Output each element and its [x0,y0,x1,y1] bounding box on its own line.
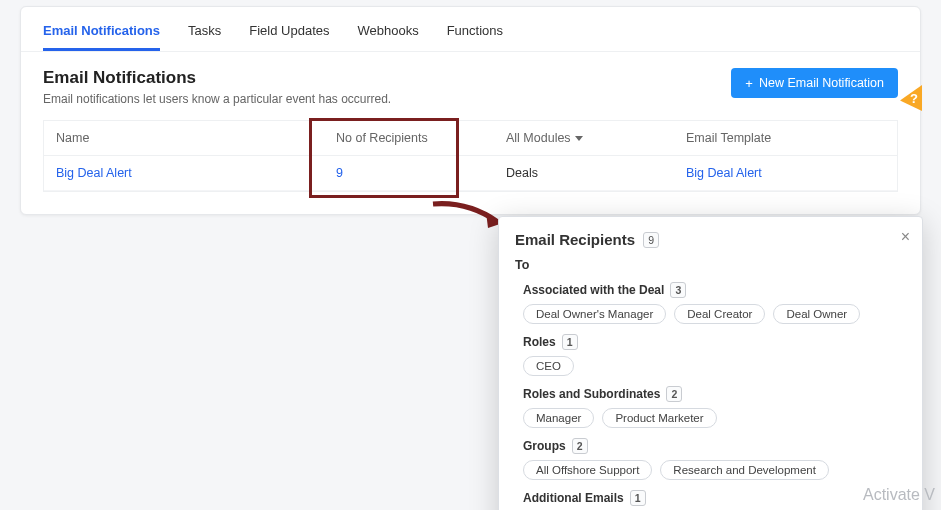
email-recipients-popup: × Email Recipients 9 To Associated with … [498,216,923,510]
popup-title: Email Recipients [515,231,635,248]
group-count-badge: 2 [572,438,588,454]
new-button-label: New Email Notification [759,76,884,90]
tab-bar: Email Notifications Tasks Field Updates … [21,7,920,52]
chip: All Offshore Support [523,460,652,480]
tab-tasks[interactable]: Tasks [188,17,221,51]
tab-field-updates[interactable]: Field Updates [249,17,329,51]
notifications-table: Name No of Recipients All Modules Email … [43,120,898,192]
col-name: Name [56,131,336,145]
chip: Product Marketer [602,408,716,428]
group-roles: Roles 1 CEO [523,334,906,376]
chip: Deal Owner's Manager [523,304,666,324]
page-subtitle: Email notifications let users know a par… [43,92,391,106]
chip: Manager [523,408,594,428]
group-count-badge: 3 [670,282,686,298]
tab-email-notifications[interactable]: Email Notifications [43,17,160,51]
row-recipients-link[interactable]: 9 [336,166,506,180]
row-name-link[interactable]: Big Deal Alert [56,166,336,180]
group-title: Groups [523,439,566,453]
to-label: To [515,258,906,272]
group-groups: Groups 2 All Offshore Support Research a… [523,438,906,480]
close-icon[interactable]: × [901,229,910,245]
group-roles-subordinates: Roles and Subordinates 2 Manager Product… [523,386,906,428]
chevron-down-icon [575,136,583,141]
chip: Deal Creator [674,304,765,324]
table-row: Big Deal Alert 9 Deals Big Deal Alert [44,156,897,191]
group-associated: Associated with the Deal 3 Deal Owner's … [523,282,906,324]
group-count-badge: 1 [562,334,578,350]
group-count-badge: 2 [666,386,682,402]
row-template-link[interactable]: Big Deal Alert [686,166,885,180]
group-count-badge: 1 [630,490,646,506]
chip: Research and Development [660,460,829,480]
table-header: Name No of Recipients All Modules Email … [44,121,897,156]
col-module-label: All Modules [506,131,571,145]
col-module-dropdown[interactable]: All Modules [506,131,686,145]
group-title: Roles and Subordinates [523,387,660,401]
plus-icon: + [745,77,753,90]
chip: Deal Owner [773,304,860,324]
new-email-notification-button[interactable]: + New Email Notification [731,68,898,98]
group-title: Associated with the Deal [523,283,664,297]
chip: CEO [523,356,574,376]
row-module: Deals [506,166,686,180]
tab-webhooks[interactable]: Webhooks [357,17,418,51]
col-template: Email Template [686,131,885,145]
tab-functions[interactable]: Functions [447,17,503,51]
group-title: Additional Emails [523,491,624,505]
popup-total-badge: 9 [643,232,659,248]
section-header: Email Notifications Email notifications … [21,52,920,120]
group-additional-emails: Additional Emails 1 issacblue@gmail.com [523,490,906,510]
col-recipients: No of Recipients [336,131,506,145]
group-title: Roles [523,335,556,349]
main-card: Email Notifications Tasks Field Updates … [20,6,921,215]
page-title: Email Notifications [43,68,391,88]
